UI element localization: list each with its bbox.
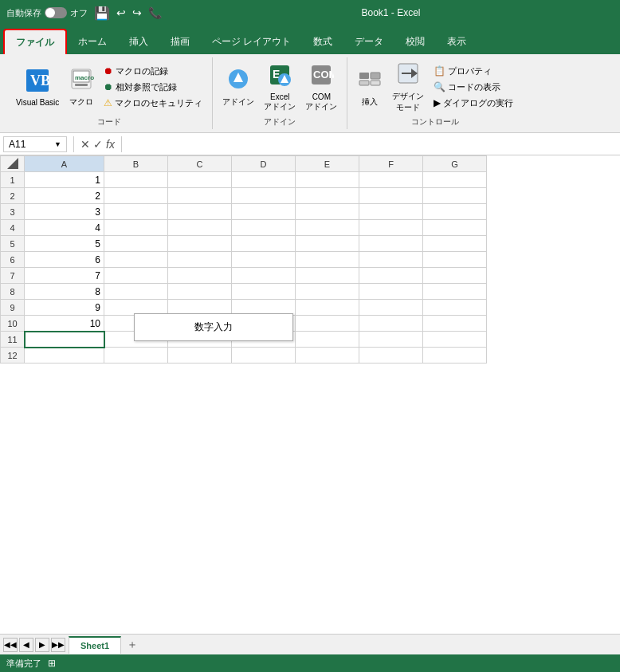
- cell-b8[interactable]: [104, 284, 168, 300]
- cell-g7[interactable]: [423, 268, 487, 284]
- cell-e5[interactable]: [296, 236, 359, 252]
- tab-view[interactable]: 表示: [436, 29, 477, 54]
- cell-g6[interactable]: [423, 252, 487, 268]
- cell-d6[interactable]: [232, 252, 296, 268]
- tab-formulas[interactable]: 数式: [302, 29, 343, 54]
- cell-b4[interactable]: [104, 220, 168, 236]
- cell-d1[interactable]: [232, 172, 296, 188]
- cell-e6[interactable]: [296, 252, 359, 268]
- cell-e1[interactable]: [296, 172, 359, 188]
- cell-d4[interactable]: [232, 220, 296, 236]
- macro-security-button[interactable]: ⚠ マクロのセキュリティ: [100, 96, 206, 111]
- excel-addin-button[interactable]: E Excel アドイン: [261, 61, 299, 114]
- cell-g2[interactable]: [423, 188, 487, 204]
- cell-g3[interactable]: [423, 204, 487, 220]
- cell-c8[interactable]: [168, 284, 232, 300]
- col-header-c[interactable]: C: [168, 156, 232, 172]
- cell-c12[interactable]: [168, 348, 232, 364]
- tab-data[interactable]: データ: [343, 29, 394, 54]
- properties-button[interactable]: 📋 プロパティ: [430, 64, 516, 79]
- cell-d3[interactable]: [232, 204, 296, 220]
- cell-c4[interactable]: [168, 220, 232, 236]
- cell-c2[interactable]: [168, 188, 232, 204]
- cell-b7[interactable]: [104, 268, 168, 284]
- cell-d5[interactable]: [232, 236, 296, 252]
- col-header-e[interactable]: E: [296, 156, 359, 172]
- formula-input[interactable]: [128, 139, 617, 150]
- row-12[interactable]: 12: [1, 348, 25, 364]
- addin-button[interactable]: アドイン: [219, 65, 257, 109]
- col-header-a[interactable]: A: [25, 156, 104, 172]
- cell-a3[interactable]: 3: [25, 204, 104, 220]
- cell-f11[interactable]: [359, 332, 423, 348]
- cell-a1[interactable]: 1: [25, 172, 104, 188]
- row-1[interactable]: 1: [1, 172, 25, 188]
- cell-a5[interactable]: 5: [25, 236, 104, 252]
- view-code-button[interactable]: 🔍 コードの表示: [430, 80, 516, 95]
- cell-g1[interactable]: [423, 172, 487, 188]
- com-addin-button[interactable]: COM COM アドイン: [302, 61, 340, 114]
- row-10[interactable]: 10: [1, 316, 25, 332]
- insert-function-icon[interactable]: fx: [106, 138, 115, 151]
- cell-e7[interactable]: [296, 268, 359, 284]
- sheet-tab-sheet1[interactable]: Sheet1: [69, 636, 121, 654]
- cell-f4[interactable]: [359, 220, 423, 236]
- last-sheet-button[interactable]: ▶▶: [51, 638, 65, 652]
- macro-record-button[interactable]: ⏺ マクロの記録: [100, 64, 206, 79]
- col-header-d[interactable]: D: [232, 156, 296, 172]
- cell-e10[interactable]: [296, 316, 359, 332]
- cell-g9[interactable]: [423, 300, 487, 316]
- phone-icon[interactable]: 📞: [148, 6, 162, 19]
- cell-g12[interactable]: [423, 348, 487, 364]
- relative-record-button[interactable]: ⏺ 相対参照で記録: [100, 80, 206, 95]
- col-header-f[interactable]: F: [359, 156, 423, 172]
- cancel-formula-icon[interactable]: ✕: [80, 138, 90, 151]
- cell-c1[interactable]: [168, 172, 232, 188]
- add-sheet-button[interactable]: ＋: [124, 637, 140, 653]
- cell-d12[interactable]: [232, 348, 296, 364]
- cell-g10[interactable]: [423, 316, 487, 332]
- cell-e3[interactable]: [296, 204, 359, 220]
- cell-a10[interactable]: 10: [25, 316, 104, 332]
- cell-b2[interactable]: [104, 188, 168, 204]
- cell-d2[interactable]: [232, 188, 296, 204]
- cell-c3[interactable]: [168, 204, 232, 220]
- cell-f5[interactable]: [359, 236, 423, 252]
- cell-e2[interactable]: [296, 188, 359, 204]
- cell-b6[interactable]: [104, 252, 168, 268]
- row-11[interactable]: 11: [1, 332, 25, 348]
- run-dialog-button[interactable]: ▶ ダイアログの実行: [430, 96, 516, 111]
- cell-g8[interactable]: [423, 284, 487, 300]
- cell-c6[interactable]: [168, 252, 232, 268]
- cell-f12[interactable]: [359, 348, 423, 364]
- macro-button[interactable]: macro マクロ: [65, 65, 97, 109]
- cell-b12[interactable]: [104, 348, 168, 364]
- row-9[interactable]: 9: [1, 300, 25, 316]
- cell-f2[interactable]: [359, 188, 423, 204]
- cell-a2[interactable]: 2: [25, 188, 104, 204]
- tab-page-layout[interactable]: ページ レイアウト: [201, 29, 302, 54]
- cell-a11[interactable]: [25, 332, 104, 348]
- cell-f7[interactable]: [359, 268, 423, 284]
- tab-draw[interactable]: 描画: [159, 29, 201, 54]
- first-sheet-button[interactable]: ◀◀: [3, 638, 18, 652]
- cell-f10[interactable]: [359, 316, 423, 332]
- cell-a6[interactable]: 6: [25, 252, 104, 268]
- cell-g4[interactable]: [423, 220, 487, 236]
- row-6[interactable]: 6: [1, 252, 25, 268]
- row-2[interactable]: 2: [1, 188, 25, 204]
- vb-button[interactable]: VB Visual Basic: [13, 66, 62, 108]
- tab-insert[interactable]: 挿入: [118, 29, 159, 54]
- undo-icon[interactable]: ↩: [116, 6, 126, 19]
- design-mode-button[interactable]: デザイン モード: [389, 59, 427, 115]
- cell-e12[interactable]: [296, 348, 359, 364]
- cell-a4[interactable]: 4: [25, 220, 104, 236]
- cell-b1[interactable]: [104, 172, 168, 188]
- cell-e8[interactable]: [296, 284, 359, 300]
- row-5[interactable]: 5: [1, 236, 25, 252]
- cell-d7[interactable]: [232, 268, 296, 284]
- cell-e4[interactable]: [296, 220, 359, 236]
- save-icon[interactable]: 💾: [94, 6, 110, 21]
- cell-d8[interactable]: [232, 284, 296, 300]
- row-8[interactable]: 8: [1, 284, 25, 300]
